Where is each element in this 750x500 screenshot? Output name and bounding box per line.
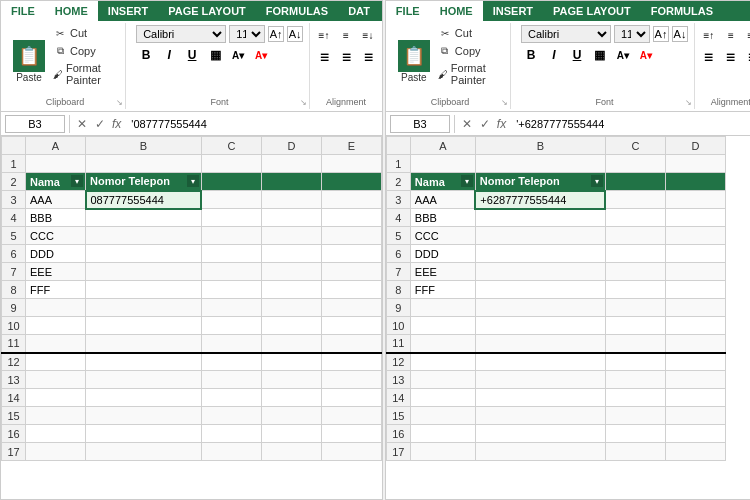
- left-cell[interactable]: [86, 389, 202, 407]
- left-cell[interactable]: [321, 191, 381, 209]
- right-cell[interactable]: [475, 263, 605, 281]
- right-cell[interactable]: [410, 371, 475, 389]
- left-cell[interactable]: [261, 263, 321, 281]
- right-underline-button[interactable]: U: [567, 45, 587, 65]
- left-cell[interactable]: [86, 371, 202, 389]
- right-align-top-button[interactable]: ≡↑: [699, 25, 719, 45]
- right-cell[interactable]: +6287777555444: [475, 191, 605, 209]
- right-cell[interactable]: [605, 155, 665, 173]
- left-cell[interactable]: [86, 281, 202, 299]
- left-cell[interactable]: [86, 317, 202, 335]
- right-cell[interactable]: [410, 443, 475, 461]
- left-cell[interactable]: [26, 317, 86, 335]
- left-cell[interactable]: [201, 281, 261, 299]
- right-cell[interactable]: [605, 245, 665, 263]
- left-cell[interactable]: [261, 173, 321, 191]
- right-tab-pagelayout[interactable]: PAGE LAYOUT: [543, 1, 641, 21]
- right-row-header-15[interactable]: 15: [386, 407, 410, 425]
- right-cell[interactable]: [475, 425, 605, 443]
- right-cell[interactable]: [665, 443, 725, 461]
- right-row-header-13[interactable]: 13: [386, 371, 410, 389]
- left-cell[interactable]: [201, 317, 261, 335]
- left-clipboard-expand[interactable]: ↘: [116, 98, 123, 107]
- left-align-middle-button[interactable]: ≡: [336, 25, 356, 45]
- right-cell[interactable]: [410, 389, 475, 407]
- left-cell[interactable]: [261, 155, 321, 173]
- right-cell[interactable]: [475, 209, 605, 227]
- left-cell[interactable]: [261, 335, 321, 353]
- left-cell[interactable]: CCC: [26, 227, 86, 245]
- right-cell[interactable]: [475, 245, 605, 263]
- left-font-grow-button[interactable]: A↑: [268, 26, 284, 42]
- right-row-header-4[interactable]: 4: [386, 209, 410, 227]
- right-col-C[interactable]: C: [605, 137, 665, 155]
- right-cell[interactable]: AAA: [410, 191, 475, 209]
- right-cell[interactable]: [605, 371, 665, 389]
- right-cell[interactable]: [475, 335, 605, 353]
- left-cell[interactable]: [321, 335, 381, 353]
- right-cell[interactable]: [605, 173, 665, 191]
- left-cell[interactable]: [201, 389, 261, 407]
- right-row-header-14[interactable]: 14: [386, 389, 410, 407]
- right-row-header-16[interactable]: 16: [386, 425, 410, 443]
- left-cell[interactable]: [86, 155, 202, 173]
- left-cell[interactable]: [26, 443, 86, 461]
- left-cell[interactable]: [321, 173, 381, 191]
- left-paste-button[interactable]: 📋 Paste: [11, 38, 47, 85]
- left-row-header-8[interactable]: 8: [2, 281, 26, 299]
- right-row-header-3[interactable]: 3: [386, 191, 410, 209]
- left-font-size-select[interactable]: 11: [229, 25, 265, 43]
- left-cell[interactable]: [321, 317, 381, 335]
- left-cell[interactable]: Nomor Telepon▾: [86, 173, 202, 191]
- left-cell[interactable]: [261, 281, 321, 299]
- right-cell[interactable]: [605, 389, 665, 407]
- left-cell[interactable]: [86, 245, 202, 263]
- left-cell[interactable]: DDD: [26, 245, 86, 263]
- right-filter-button[interactable]: ▾: [591, 175, 603, 187]
- right-cell[interactable]: [665, 281, 725, 299]
- right-cell[interactable]: [605, 227, 665, 245]
- right-row-header-17[interactable]: 17: [386, 443, 410, 461]
- right-italic-button[interactable]: I: [544, 45, 564, 65]
- left-cell[interactable]: [261, 353, 321, 371]
- left-row-header-14[interactable]: 14: [2, 389, 26, 407]
- left-cell[interactable]: [86, 407, 202, 425]
- right-font-name-select[interactable]: Calibri: [521, 25, 611, 43]
- right-row-header-2[interactable]: 2: [386, 173, 410, 191]
- right-cell[interactable]: [475, 389, 605, 407]
- left-cell[interactable]: [86, 335, 202, 353]
- right-row-header-6[interactable]: 6: [386, 245, 410, 263]
- right-cut-button[interactable]: ✂ Cut: [436, 25, 504, 41]
- right-cell[interactable]: [475, 407, 605, 425]
- left-cell[interactable]: [201, 425, 261, 443]
- left-format-painter-button[interactable]: 🖌 Format Painter: [51, 61, 119, 87]
- left-cell[interactable]: [201, 371, 261, 389]
- left-cell[interactable]: [201, 227, 261, 245]
- right-cell[interactable]: BBB: [410, 209, 475, 227]
- left-cell[interactable]: [321, 389, 381, 407]
- right-cell-ref[interactable]: [390, 115, 450, 133]
- right-tab-formulas[interactable]: FORMULAS: [641, 1, 723, 21]
- left-cell[interactable]: [86, 209, 202, 227]
- left-tab-data[interactable]: DAT: [338, 1, 380, 21]
- right-cell[interactable]: [665, 371, 725, 389]
- left-tab-file[interactable]: FILE: [1, 1, 45, 21]
- right-cell[interactable]: [665, 317, 725, 335]
- right-align-middle-button[interactable]: ≡: [721, 25, 741, 45]
- right-font-size-select[interactable]: 11: [614, 25, 650, 43]
- right-paste-button[interactable]: 📋 Paste: [396, 38, 432, 85]
- right-font-grow-button[interactable]: A↑: [653, 26, 669, 42]
- left-cell[interactable]: [201, 245, 261, 263]
- left-cell[interactable]: [261, 317, 321, 335]
- left-cell[interactable]: [321, 407, 381, 425]
- left-cell[interactable]: [26, 389, 86, 407]
- right-cell[interactable]: [665, 407, 725, 425]
- left-row-header-4[interactable]: 4: [2, 209, 26, 227]
- right-tab-file[interactable]: FILE: [386, 1, 430, 21]
- left-cell[interactable]: [86, 425, 202, 443]
- left-cell[interactable]: [261, 371, 321, 389]
- right-align-left-button[interactable]: ☰: [699, 47, 719, 67]
- right-tab-home[interactable]: HOME: [430, 1, 483, 21]
- left-formula-input[interactable]: [129, 115, 378, 133]
- right-cell[interactable]: [410, 335, 475, 353]
